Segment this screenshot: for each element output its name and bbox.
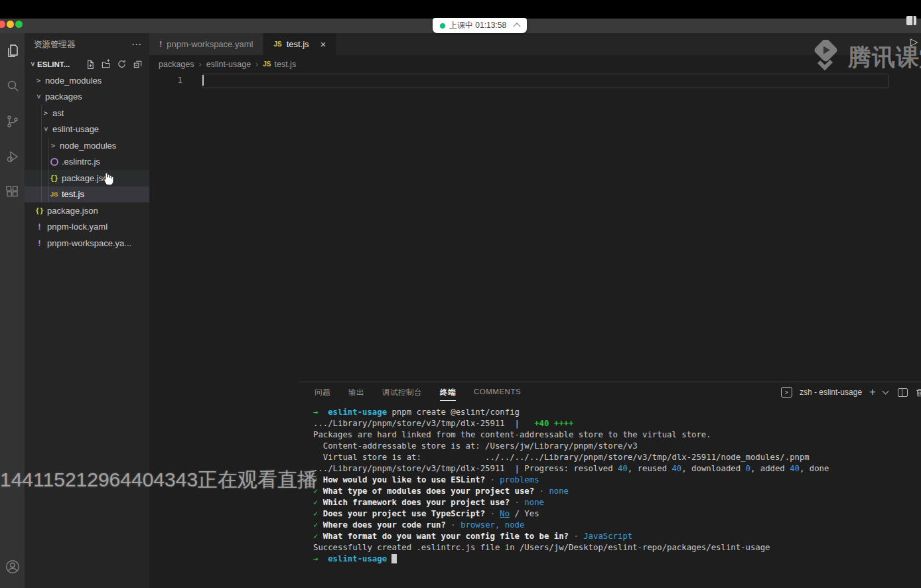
chevron-down-icon: > (29, 60, 37, 69)
tree-item-label: package.json (47, 206, 98, 216)
tree-item-packages[interactable]: >packages (25, 89, 149, 106)
tree-item-node_modules[interactable]: >node_modules (25, 72, 149, 89)
terminal-dropdown-icon[interactable] (883, 388, 889, 394)
breadcrumb-separator: › (255, 60, 258, 69)
tree-item-node_modules[interactable]: >node_modules (25, 137, 149, 154)
terminal-line: → eslint-usage pnpm create @eslint/confi… (313, 407, 921, 418)
source-control-icon[interactable] (0, 104, 25, 139)
tree-item-package.json[interactable]: {}package.json (25, 170, 149, 186)
terminal-line: Content-addressable store is at: /Users/… (313, 441, 921, 452)
editor-tab-pnpm-workspace.yaml[interactable]: !pnpm-workspace.yaml (149, 33, 263, 55)
workspace-section-header[interactable]: > ESLINT... (25, 56, 149, 72)
live-dot-icon (440, 23, 445, 29)
chevron-right-icon: > (48, 141, 58, 150)
tree-item-label: pnpm-workspace.ya... (47, 238, 131, 248)
terminal-line: Virtual store is at: ../../../../Library… (313, 452, 921, 463)
tree-item-test.js[interactable]: JStest.js (25, 186, 149, 203)
panel-tab-问题[interactable]: 问题 (315, 384, 330, 401)
extensions-icon[interactable] (0, 174, 25, 209)
terminal-line: ✓ Does your project use TypeScript? · No… (313, 508, 921, 520)
terminal-line: .../Library/pnpm/store/v3/tmp/dlx-25911 … (313, 463, 921, 475)
explorer-sidebar: 资源管理器 ⋯ > ESLINT... >node_modules>packag… (25, 33, 149, 588)
kill-terminal-icon[interactable] (915, 388, 921, 398)
breadcrumb-separator: › (199, 60, 202, 69)
tree-item-eslint-usage[interactable]: >eslint-usage (25, 121, 149, 138)
breadcrumb-item[interactable]: test.js (275, 60, 297, 69)
breadcrumb[interactable]: packages › eslint-usage › JS test.js (149, 55, 921, 73)
split-terminal-icon[interactable] (898, 388, 908, 397)
run-debug-icon[interactable] (0, 139, 25, 174)
minimize-traffic-light[interactable] (7, 21, 14, 28)
account-icon[interactable] (0, 549, 25, 584)
maximize-traffic-light[interactable] (15, 21, 23, 28)
braces-file-icon: {} (34, 206, 45, 215)
breadcrumb-item[interactable]: packages (159, 60, 194, 69)
code-editor[interactable]: 1 (149, 73, 921, 348)
panel-tab-调试控制台[interactable]: 调试控制台 (382, 384, 422, 401)
chevron-down-icon: > (42, 125, 50, 134)
yaml-warning-file-icon: ! (34, 222, 45, 232)
tree-item-label: packages (45, 92, 82, 102)
tree-item-.eslintrc.js[interactable]: .eslintrc.js (25, 154, 149, 171)
terminal-line: .../Library/pnpm/store/v3/tmp/dlx-25911 … (313, 418, 921, 429)
tree-item-label: pnpm-lock.yaml (47, 222, 107, 232)
refresh-icon[interactable] (117, 59, 127, 69)
collapse-pill-icon[interactable] (513, 23, 520, 30)
new-terminal-icon[interactable]: + (869, 386, 876, 398)
tencent-classroom-logo: 腾讯课堂 (811, 40, 921, 74)
tree-item-ast[interactable]: >ast (25, 105, 149, 121)
terminal-line: ✓ What type of modules does your project… (313, 486, 921, 497)
tree-item-package.json[interactable]: {}package.json (25, 202, 149, 219)
close-traffic-light[interactable] (0, 21, 5, 28)
editor-group: !pnpm-workspace.yamlJStest.js× packages … (149, 33, 921, 588)
yaml-warning-file-icon: ! (34, 238, 45, 248)
terminal-line: ✓ Where does your code run? · browser, n… (313, 520, 921, 531)
workspace-name: ESLINT... (37, 60, 70, 68)
terminal-line: Packages are hard linked from the conten… (313, 429, 921, 441)
terminal-line: → eslint-usage (313, 553, 921, 565)
live-viewer-watermark: 144115212964404343正在观看直播 (0, 467, 317, 494)
letterbox-top (0, 0, 921, 19)
new-folder-icon[interactable] (101, 59, 111, 69)
tab-label: pnpm-workspace.yaml (167, 39, 253, 49)
js-file-icon: JS (263, 60, 271, 68)
panel-tab-输出[interactable]: 输出 (348, 384, 364, 401)
panel-tabs: 问题输出调试控制台终端COMMENTS (315, 384, 521, 401)
file-tree: >node_modules>packages>ast>eslint-usage>… (25, 72, 149, 252)
editor-tab-test.js[interactable]: JStest.js× (263, 33, 336, 55)
chevron-right-icon: > (41, 109, 50, 117)
run-file-icon[interactable]: ▷ (910, 36, 918, 48)
split-editor-icon[interactable] (906, 16, 916, 25)
line-number: 1 (168, 75, 182, 85)
panel-tab-COMMENTS[interactable]: COMMENTS (474, 384, 521, 401)
sidebar-title: 资源管理器 (34, 39, 76, 50)
tree-item-label: node_modules (45, 76, 102, 86)
chevron-down-icon: > (35, 92, 43, 102)
tree-item-pnpm-workspace.ya...[interactable]: !pnpm-workspace.ya... (25, 235, 149, 252)
text-caret (202, 75, 204, 86)
close-icon[interactable]: × (320, 38, 326, 50)
terminal-icon: > (781, 387, 792, 398)
tree-item-pnpm-lock.yaml[interactable]: !pnpm-lock.yaml (25, 219, 149, 236)
terminal-line: ✓ Which framework does your project use?… (313, 497, 921, 508)
yaml-warning-file-icon: ! (159, 39, 162, 49)
terminal-output[interactable]: → eslint-usage pnpm create @eslint/confi… (299, 402, 921, 565)
indent-guide (41, 105, 42, 202)
class-recording-pill[interactable]: 上课中 01:13:58 (433, 18, 527, 33)
breadcrumb-item[interactable]: eslint-usage (206, 60, 251, 69)
search-icon[interactable] (0, 68, 25, 104)
recording-status: 上课中 (449, 21, 473, 30)
eslint-file-icon (48, 158, 60, 166)
new-file-icon[interactable] (85, 59, 95, 69)
collapse-all-icon[interactable] (133, 59, 143, 69)
explorer-icon[interactable] (0, 33, 25, 68)
panel-tab-终端[interactable]: 终端 (440, 384, 456, 401)
indent-guide (48, 137, 49, 202)
tab-bar: !pnpm-workspace.yamlJStest.js× (149, 33, 921, 55)
activity-bar (0, 33, 25, 588)
terminal-session-label[interactable]: zsh - eslint-usage (800, 388, 862, 397)
tree-item-label: eslint-usage (52, 124, 99, 134)
graduation-cap-play-icon (811, 40, 841, 74)
more-actions-icon[interactable]: ⋯ (131, 38, 141, 50)
tree-item-label: test.js (62, 189, 84, 199)
